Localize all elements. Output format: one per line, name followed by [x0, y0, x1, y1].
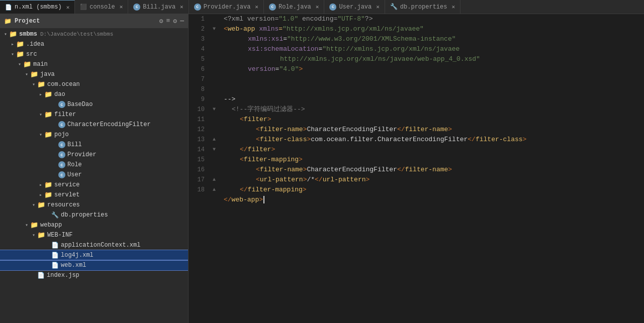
tree-arrow-com-ocean[interactable]: ▾ [30, 81, 37, 87]
tree-item-char-filter[interactable]: C CharacterEncodingFilter [0, 120, 188, 130]
console-tab-icon: ⬛ [80, 4, 87, 10]
tree-item-main[interactable]: ▾ 📁 main [0, 59, 188, 69]
sidebar-icon-settings[interactable]: ⚙ [159, 17, 163, 25]
tree-arrow-pojo[interactable]: ▾ [37, 132, 44, 138]
tab-close-role[interactable]: ✕ [316, 4, 319, 10]
tab-close-console[interactable]: ✕ [120, 4, 123, 10]
gutter-13[interactable]: ▲ [209, 135, 220, 145]
tree-label-pojo: pojo [54, 131, 69, 138]
tree-item-user[interactable]: C User [0, 170, 188, 180]
tree-arrow-resources[interactable]: ▾ [30, 202, 37, 208]
tab-provider[interactable]: C Provider.java ✕ [189, 0, 264, 14]
gutter-1 [209, 14, 220, 24]
tab-bar: 📄 n.xml (smbms) ✕ ⬛ console ✕ C Bill.jav… [0, 0, 644, 14]
fold-icon-13[interactable]: ▲ [213, 135, 216, 145]
tree-item-bill[interactable]: C Bill [0, 140, 188, 150]
tree-item-basedao[interactable]: C BaseDao [0, 99, 188, 110]
code-line-12: <filter-class>com.ocean.filter.Character… [224, 135, 644, 145]
tree-item-dao[interactable]: ▸ 📁 dao [0, 89, 188, 99]
tree-arrow-service[interactable]: ▸ [37, 182, 44, 188]
tree-label-indexjsp: index.jsp [47, 272, 79, 279]
gutter-17[interactable]: ▲ [209, 175, 220, 185]
tree-item-resources[interactable]: ▾ 📁 resources [0, 200, 188, 210]
tree-arrow-filter[interactable]: ▾ [37, 112, 44, 118]
tab-user[interactable]: C User.java ✕ [324, 0, 385, 14]
line-num-9: 9 [193, 94, 205, 104]
tab-close-db-properties[interactable]: ✕ [451, 4, 455, 10]
fold-icon-17[interactable]: ▲ [213, 175, 216, 185]
tree-item-pojo[interactable]: ▾ 📁 pojo [0, 130, 188, 140]
code-area[interactable]: <?xml version="1.0" encoding="UTF-8"?> <… [220, 14, 644, 323]
line-num-15: 15 [193, 155, 205, 165]
sidebar-icon-minimize[interactable]: — [180, 17, 184, 25]
tree-item-role[interactable]: C Role [0, 160, 188, 170]
gutter-2[interactable]: ▼ [209, 24, 220, 34]
tab-bill[interactable]: C Bill.java ✕ [128, 0, 189, 14]
properties-icon-db: 🔧 [51, 211, 59, 219]
xml-icon-webxml: 📄 [51, 262, 59, 269]
fold-icon-10[interactable]: ▼ [213, 104, 216, 115]
tree-item-webxml[interactable]: 📄 web.xml [0, 260, 188, 270]
tree-item-smbms[interactable]: ▾ 📁 smbms D:\JavaCode\test\smbms [0, 29, 188, 39]
tab-db-properties[interactable]: 🔧 db.properties ✕ [385, 0, 461, 14]
tree-arrow-webapp[interactable]: ▾ [23, 222, 30, 228]
tree-arrow-main[interactable]: ▾ [16, 61, 23, 67]
tree-item-webapp[interactable]: ▾ 📁 webapp [0, 220, 188, 230]
tree-item-provider[interactable]: C Provider [0, 150, 188, 160]
folder-icon-resources: 📁 [37, 201, 45, 209]
sidebar-icon-config[interactable]: ⚙ [173, 17, 177, 25]
gutter-14[interactable]: ▼ [209, 145, 220, 155]
tree-item-appcontext[interactable]: 📄 applicationContext.xml [0, 240, 188, 250]
code-line-9: <!--字符编码过滤器--> [224, 104, 644, 115]
folder-icon-service: 📁 [44, 181, 52, 189]
code-line-4-content: xsi:schemaLocation="http://xmlns.jcp.org… [248, 44, 459, 54]
tree-label-log4j: log4j.xml [61, 252, 94, 259]
tree-arrow-webinf[interactable]: ▾ [30, 232, 37, 238]
tab-web-xml[interactable]: 📄 n.xml (smbms) ✕ [0, 0, 75, 14]
tree-item-idea[interactable]: ▸ 📁 .idea [0, 39, 188, 49]
editor[interactable]: 1 2 3 4 5 6 7 8 9 10 11 12 13 14 15 16 1… [189, 14, 644, 323]
tab-console[interactable]: ⬛ console ✕ [75, 0, 128, 14]
gutter-16 [209, 165, 220, 175]
gutter-10[interactable]: ▼ [209, 104, 220, 115]
code-line-8 [224, 84, 644, 94]
tab-close-bill[interactable]: ✕ [180, 4, 183, 10]
tree-item-log4j[interactable]: 📄 log4j.xml [0, 250, 188, 260]
xml-icon-appcontext: 📄 [51, 242, 59, 249]
sidebar-icon-layout[interactable]: ≡ [166, 17, 170, 25]
tree-arrow-smbms[interactable]: ▾ [2, 31, 9, 37]
tree-item-db-properties[interactable]: 🔧 db.properties [0, 210, 188, 220]
tree-label-bill: Bill [67, 141, 82, 148]
tab-role[interactable]: C Role.java ✕ [264, 0, 324, 14]
tree-item-src[interactable]: ▾ 📁 src [0, 49, 188, 59]
tree-item-servlet[interactable]: ▸ 📁 servlet [0, 190, 188, 200]
tree-item-indexjsp[interactable]: 📄 index.jsp [0, 270, 188, 280]
tab-close-web-xml[interactable]: ✕ [66, 4, 70, 11]
gutter-18[interactable]: ▲ [209, 185, 220, 195]
code-line-18-content: </web-app> [224, 195, 264, 205]
fold-icon-18[interactable]: ▲ [213, 185, 216, 195]
tree-item-webinf[interactable]: ▾ 📁 WEB-INF [0, 230, 188, 240]
fold-icon-14[interactable]: ▼ [213, 145, 216, 155]
fold-icon-2[interactable]: ▼ [213, 24, 216, 34]
tree-item-service[interactable]: ▸ 📁 service [0, 180, 188, 190]
sidebar-header: 📁 Project ⚙ ≡ ⚙ — [0, 14, 188, 28]
tree-arrow-dao[interactable]: ▸ [37, 91, 44, 97]
code-line-9-content: <!--字符编码过滤器--> [232, 104, 305, 115]
tree-arrow-src[interactable]: ▾ [9, 51, 16, 57]
tree-arrow-idea[interactable]: ▸ [9, 41, 16, 47]
tree-item-com-ocean[interactable]: ▾ 📁 com.ocean [0, 79, 188, 89]
code-line-10-content: <filter> [240, 115, 271, 125]
tree-arrow-servlet[interactable]: ▸ [37, 192, 44, 198]
tree-item-java[interactable]: ▾ 📁 java [0, 69, 188, 79]
tab-close-provider[interactable]: ✕ [255, 4, 258, 10]
tree-arrow-java[interactable]: ▾ [23, 71, 30, 77]
tab-close-user[interactable]: ✕ [376, 4, 380, 10]
gutter-6 [209, 64, 220, 74]
code-line-2: <web-app xmlns="http://xmlns.jcp.org/xml… [224, 24, 644, 34]
code-line-4: xsi:schemaLocation="http://xmlns.jcp.org… [224, 44, 644, 54]
tree-label-webxml: web.xml [61, 262, 86, 269]
tree-label-dao: dao [54, 91, 65, 98]
tree-item-filter[interactable]: ▾ 📁 filter [0, 110, 188, 120]
tree-label-src: src [26, 51, 37, 58]
